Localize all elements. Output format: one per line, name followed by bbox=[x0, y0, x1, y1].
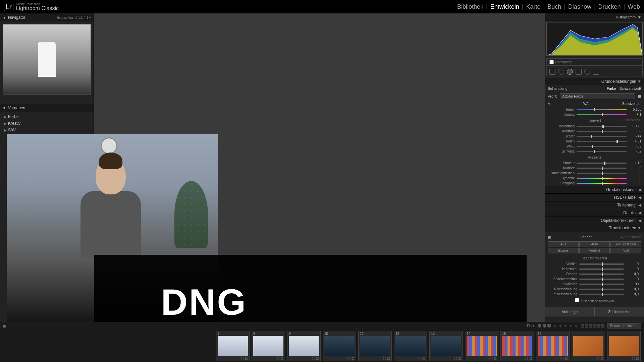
module-develop[interactable]: Entwickeln bbox=[490, 3, 519, 10]
exposure-slider[interactable] bbox=[577, 126, 627, 127]
whites-value[interactable]: - 39 bbox=[629, 144, 641, 148]
filter-flags[interactable] bbox=[538, 324, 551, 328]
highlights-slider[interactable] bbox=[577, 136, 627, 137]
texture-value[interactable]: + 10 bbox=[629, 161, 641, 165]
highlights-value[interactable]: - 44 bbox=[629, 134, 641, 138]
upright-update[interactable]: Aktualisieren bbox=[620, 235, 641, 239]
filmstrip-thumb[interactable]: 11◯ ▢ bbox=[358, 331, 392, 361]
preset-group-creative[interactable]: ▶Kreativ bbox=[4, 120, 90, 127]
upright-full[interactable]: Voll bbox=[610, 248, 641, 253]
filmstrip-thumb[interactable]: ◯ ▢ bbox=[572, 331, 605, 361]
redeye-tool-icon[interactable] bbox=[567, 69, 573, 75]
saturation-slider[interactable] bbox=[577, 183, 627, 184]
filmstrip-thumbs[interactable]: 7◯ ▢8◯ ▢9◯ ▢10◯ ▢11◯ ▢12◯ ▢13◯ ▢14◯ ▢15◯… bbox=[0, 329, 644, 362]
histogram-header[interactable]: Histogramm ▼ bbox=[545, 13, 644, 21]
crop-tool-icon[interactable] bbox=[549, 69, 555, 75]
original-checkbox[interactable] bbox=[549, 60, 554, 64]
previous-button[interactable]: Vorherige bbox=[545, 307, 595, 316]
reset-button[interactable]: Zurücksetzen bbox=[595, 307, 644, 316]
treatment-bw[interactable]: Schwarzweiß bbox=[620, 86, 641, 90]
module-web[interactable]: Web bbox=[628, 3, 640, 10]
module-map[interactable]: Karte bbox=[526, 3, 540, 10]
vibrance-slider[interactable] bbox=[577, 178, 627, 179]
sort-select[interactable]: Benutzerdefiniert... bbox=[607, 323, 641, 328]
texture-slider[interactable] bbox=[577, 163, 627, 164]
vibrance-value[interactable]: 0 bbox=[629, 176, 641, 180]
filmstrip-thumb[interactable]: 7◯ ▢ bbox=[216, 331, 250, 361]
upright-off[interactable]: Aus bbox=[548, 241, 579, 247]
navigator-preview[interactable] bbox=[3, 24, 91, 95]
upright-vertical[interactable]: Vertikal bbox=[579, 248, 610, 253]
detail-panel-header[interactable]: Details◀ bbox=[545, 209, 644, 217]
filmstrip-thumb[interactable]: 9◯ ▢ bbox=[287, 331, 321, 361]
basic-panel-header[interactable]: Grundeinstellungen ▼ bbox=[545, 78, 644, 85]
gradient-tool-icon[interactable] bbox=[576, 69, 582, 75]
module-print[interactable]: Drucken bbox=[598, 3, 621, 10]
filmstrip-thumb[interactable]: 12◯ ▢ bbox=[394, 331, 427, 361]
upright-level[interactable]: Ebene bbox=[548, 248, 579, 253]
brush-tool-icon[interactable] bbox=[593, 69, 599, 75]
profile-browser-icon[interactable]: ▦ bbox=[638, 94, 641, 99]
shadows-value[interactable]: + 61 bbox=[629, 139, 641, 143]
transform-panel-header[interactable]: Transformieren ▼ bbox=[545, 224, 644, 232]
t-aspect-slider[interactable] bbox=[579, 279, 624, 280]
preset-group-color[interactable]: ▶Farbe bbox=[4, 113, 90, 120]
module-book[interactable]: Buch bbox=[547, 3, 561, 10]
wb-picker-icon[interactable]: ✎ bbox=[548, 102, 550, 106]
hsl-panel-header[interactable]: HSL / Farbe◀ bbox=[545, 193, 644, 201]
histogram[interactable] bbox=[546, 22, 643, 56]
add-preset-icon[interactable]: + bbox=[89, 106, 91, 110]
filmstrip-thumb[interactable]: 15◯ ▢ bbox=[500, 331, 534, 361]
t-scale-slider[interactable] bbox=[579, 284, 624, 285]
t-yoffset-slider[interactable] bbox=[579, 294, 624, 295]
split-panel-header[interactable]: Teiltonung◀ bbox=[545, 201, 644, 209]
upright-guided[interactable]: Mit Hilfslinien bbox=[610, 241, 641, 247]
tone-auto-button[interactable]: Automatisch bbox=[623, 118, 640, 122]
whites-slider[interactable] bbox=[577, 146, 627, 147]
treatment-color[interactable]: Farbe bbox=[607, 86, 616, 90]
temp-value[interactable]: 5.100 bbox=[629, 108, 641, 111]
filmstrip-thumb[interactable]: 16◯ ▢ bbox=[536, 331, 570, 361]
module-library[interactable]: Bibliothek bbox=[457, 3, 483, 10]
constrain-crop-checkbox[interactable] bbox=[575, 298, 579, 302]
original-photo-toggle[interactable]: Originalfoto bbox=[546, 58, 643, 66]
navigator-header[interactable]: ▼ Navigator Einpas Ausfül 1:1 4:1 ▾ bbox=[0, 13, 94, 21]
preset-group-bw[interactable]: ▶S/W bbox=[4, 127, 90, 133]
dehaze-slider[interactable] bbox=[577, 173, 627, 174]
contrast-slider[interactable] bbox=[577, 131, 627, 132]
module-slideshow[interactable]: Diashow bbox=[568, 3, 591, 10]
filmstrip-thumb[interactable]: 8◯ ▢ bbox=[252, 331, 285, 361]
tint-value[interactable]: + 1 bbox=[629, 113, 641, 116]
lens-panel-header[interactable]: Objektivkorrekturen◀ bbox=[545, 217, 644, 224]
filter-stars[interactable]: ★ ★ ★ ★ ★ bbox=[553, 324, 578, 328]
filmstrip-thumb[interactable]: ◯ ▢ bbox=[607, 331, 641, 361]
filter-colors[interactable] bbox=[581, 324, 604, 327]
presets-header[interactable]: ▼ Vorgaben + bbox=[0, 104, 94, 112]
grid-view-icon[interactable]: ▦ bbox=[3, 324, 6, 328]
shadows-slider[interactable] bbox=[577, 141, 627, 142]
clarity-value[interactable]: 0 bbox=[629, 166, 641, 170]
spot-tool-icon[interactable] bbox=[558, 69, 564, 75]
t-vertical-slider[interactable] bbox=[579, 263, 624, 265]
filmstrip-thumb[interactable]: 14◯ ▢ bbox=[465, 331, 498, 361]
filmstrip-thumb[interactable]: 13◯ ▢ bbox=[429, 331, 463, 361]
radial-tool-icon[interactable] bbox=[584, 69, 590, 75]
dehaze-value[interactable]: 0 bbox=[629, 171, 641, 175]
saturation-value[interactable]: 0 bbox=[629, 181, 641, 185]
filmstrip-thumb[interactable]: 10◯ ▢ bbox=[323, 331, 356, 361]
upright-guide-icon[interactable]: ▦ bbox=[548, 235, 551, 239]
disclosure-triangle-icon[interactable]: ▼ bbox=[3, 16, 6, 19]
tint-slider[interactable] bbox=[577, 114, 627, 115]
tonecurve-panel-header[interactable]: Gradationskurve◀ bbox=[545, 186, 644, 193]
t-horizontal-slider[interactable] bbox=[579, 268, 624, 270]
blacks-slider[interactable] bbox=[577, 151, 627, 152]
wb-mode-select[interactable]: Benutzerdef. bbox=[622, 102, 641, 106]
navigator-zoom-modes[interactable]: Einpas Ausfül 1:1 4:1 ▾ bbox=[57, 16, 91, 19]
disclosure-triangle-icon[interactable]: ▼ bbox=[638, 15, 641, 19]
disclosure-triangle-icon[interactable]: ▼ bbox=[3, 106, 6, 110]
exposure-value[interactable]: + 0,25 bbox=[629, 124, 641, 128]
upright-auto[interactable]: Auto bbox=[579, 241, 610, 247]
t-xoffset-slider[interactable] bbox=[579, 289, 624, 290]
profile-select[interactable]: Adobe Farbe bbox=[560, 93, 635, 99]
clarity-slider[interactable] bbox=[577, 168, 627, 169]
